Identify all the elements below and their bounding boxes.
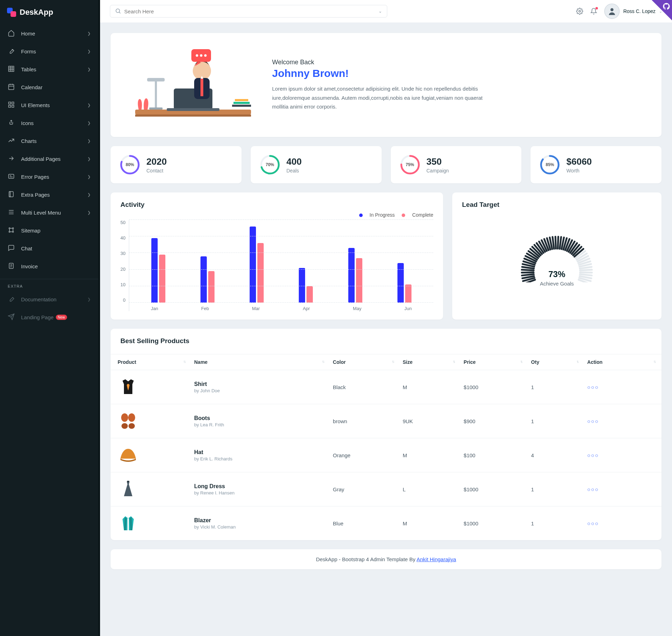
row-actions[interactable]: ○○○ <box>587 418 599 424</box>
sidebar-item[interactable]: Additional Pages❯ <box>0 150 98 168</box>
footer-text: DeskApp - Bootstrap 4 Admin Template By <box>316 556 417 562</box>
column-header[interactable]: Price↑↓ <box>461 354 528 370</box>
product-qty: 1 <box>528 506 585 540</box>
svg-point-31 <box>579 11 581 12</box>
nav-icon <box>8 191 15 199</box>
sidebar-item[interactable]: Icons❯ <box>0 114 98 132</box>
topbar: ⌄ Ross C. Lopez ⌄ <box>100 0 672 22</box>
bell-icon[interactable] <box>590 8 597 15</box>
sidebar-item[interactable]: Tables❯ <box>0 60 98 78</box>
sidebar-item[interactable]: Documentation❯ <box>0 290 98 308</box>
svg-line-102 <box>580 274 592 276</box>
settings-icon[interactable] <box>576 8 583 15</box>
product-by: by Vicki M. Coleman <box>194 524 327 530</box>
product-price: $1000 <box>461 370 528 404</box>
search-dropdown-icon[interactable]: ⌄ <box>378 9 382 14</box>
table-row: Shirtby John Doe Black M $1000 1 ○○○ <box>111 370 661 404</box>
sidebar-item-label: Sitemap <box>21 228 40 234</box>
sidebar-item[interactable]: Landing PageNew <box>0 308 98 326</box>
sidebar-item[interactable]: Forms❯ <box>0 42 98 60</box>
svg-line-100 <box>580 270 592 270</box>
x-tick: Jun <box>404 306 412 311</box>
chevron-right-icon: ❯ <box>87 121 91 125</box>
sidebar-item[interactable]: Invoice <box>0 257 98 275</box>
product-color: Orange <box>330 438 400 472</box>
row-actions[interactable]: ○○○ <box>587 486 599 492</box>
sidebar-item[interactable]: Home❯ <box>0 25 98 42</box>
sidebar-item[interactable]: Error Pages❯ <box>0 168 98 186</box>
sidebar-item-label: Invoice <box>21 263 38 269</box>
stat-value: 350 <box>427 156 449 167</box>
github-corner[interactable] <box>652 0 672 20</box>
column-header[interactable]: Oty↑↓ <box>528 354 585 370</box>
sort-icon[interactable]: ↑↓ <box>520 359 522 363</box>
svg-point-107 <box>128 413 135 422</box>
search-input[interactable] <box>124 8 378 14</box>
sidebar-item[interactable]: Sitemap <box>0 222 98 240</box>
row-actions[interactable]: ○○○ <box>587 452 599 458</box>
bar-complete <box>208 271 215 303</box>
bar-group <box>299 268 313 303</box>
bar-in-progress <box>299 268 305 303</box>
table-row: Long Dressby Renee I. Hansen Gray L $100… <box>111 472 661 506</box>
sidebar-item[interactable]: Multi Level Menu❯ <box>0 204 98 222</box>
footer-link[interactable]: Ankit Hingarajiya <box>416 556 456 562</box>
stat-ring: 85% <box>540 155 560 175</box>
github-icon <box>663 3 670 10</box>
row-actions[interactable]: ○○○ <box>587 384 599 390</box>
column-header[interactable]: Size↑↓ <box>400 354 461 370</box>
welcome-illustration <box>125 43 258 127</box>
svg-point-109 <box>129 423 135 429</box>
nav-icon <box>8 83 15 91</box>
product-color: brown <box>330 404 400 438</box>
stat-label: Contact <box>146 168 167 173</box>
bar-group <box>200 256 215 303</box>
sidebar-item-label: Landing Page <box>21 314 54 320</box>
svg-rect-5 <box>9 84 14 90</box>
column-header[interactable]: Product↑↓ <box>111 354 191 370</box>
chevron-right-icon: ❯ <box>87 210 91 215</box>
svg-line-64 <box>522 267 534 269</box>
product-name: Long Dress <box>194 483 327 490</box>
product-by: by Renee I. Hansen <box>194 490 327 496</box>
column-header[interactable]: Name↑↓ <box>191 354 330 370</box>
sidebar-item[interactable]: UI Elements❯ <box>0 96 98 114</box>
sidebar-item-label: Tables <box>21 66 36 72</box>
svg-rect-39 <box>149 107 163 110</box>
svg-line-99 <box>580 267 592 269</box>
sort-icon[interactable]: ↑↓ <box>392 359 394 363</box>
bar-group <box>250 227 264 303</box>
sidebar-item-label: Home <box>21 31 35 37</box>
stat-label: Deals <box>286 168 302 173</box>
nav-icon <box>8 155 15 163</box>
sort-icon[interactable]: ↑↓ <box>453 359 455 363</box>
brand[interactable]: DeskApp <box>0 0 98 25</box>
sort-icon[interactable]: ↑↓ <box>322 359 324 363</box>
svg-line-81 <box>555 237 556 249</box>
svg-rect-45 <box>200 79 203 96</box>
svg-rect-10 <box>12 102 14 104</box>
row-actions[interactable]: ○○○ <box>587 520 599 526</box>
sort-icon[interactable]: ↑↓ <box>577 359 578 363</box>
sidebar-item[interactable]: Calendar <box>0 78 98 96</box>
svg-point-29 <box>116 9 120 13</box>
footer: DeskApp - Bootstrap 4 Admin Template By … <box>111 549 661 569</box>
svg-line-80 <box>553 237 554 249</box>
svg-point-48 <box>200 54 203 57</box>
x-tick: May <box>353 306 362 311</box>
activity-legend: In Progress Complete <box>120 212 433 218</box>
bar-complete <box>405 284 411 303</box>
column-header[interactable]: Color↑↓ <box>330 354 400 370</box>
search-input-wrap[interactable]: ⌄ <box>110 5 387 18</box>
sidebar-item[interactable]: Extra Pages❯ <box>0 186 98 204</box>
sort-icon[interactable]: ↑↓ <box>653 359 655 363</box>
sort-icon[interactable]: ↑↓ <box>183 359 185 363</box>
svg-rect-42 <box>235 99 248 101</box>
sidebar-item[interactable]: Charts❯ <box>0 132 98 150</box>
column-header[interactable]: Action↑↓ <box>585 354 661 370</box>
sidebar-item[interactable]: Chat <box>0 240 98 257</box>
svg-rect-0 <box>9 66 14 72</box>
lead-target-card: Lead Target 73% Achieve Goals <box>452 192 661 320</box>
avatar <box>604 4 620 19</box>
bar-in-progress <box>250 227 256 303</box>
